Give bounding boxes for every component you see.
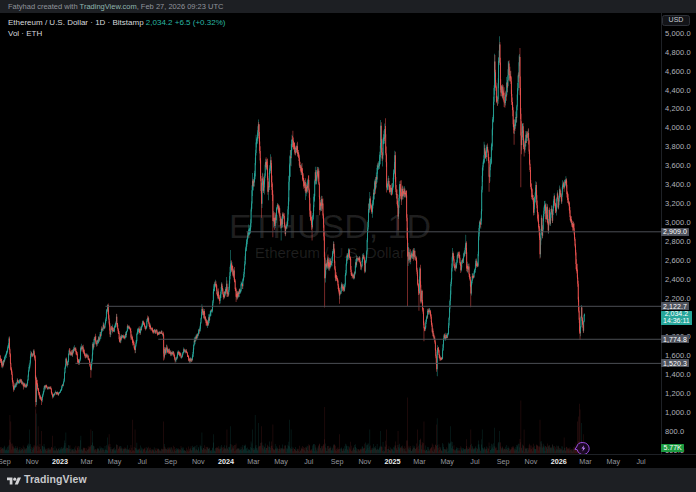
- footer-brand-name[interactable]: TradingView: [24, 473, 87, 485]
- price-ray-label: 1,774.8: [661, 335, 689, 343]
- price-tick-label: 3,600.0: [665, 162, 695, 170]
- time-tick-year: 2024: [218, 457, 234, 466]
- price-ray-label: 1,520.3: [661, 359, 689, 367]
- time-tick-month: Sep: [331, 457, 344, 466]
- currency-toggle-button[interactable]: USD: [662, 15, 690, 26]
- time-tick-month: May: [440, 457, 454, 466]
- price-tick-label: 3,800.0: [665, 143, 695, 151]
- time-tick-month: Nov: [26, 457, 39, 466]
- time-tick-month: Sep: [164, 457, 177, 466]
- time-tick-month: Jul: [470, 457, 479, 466]
- volume-series: [0, 397, 585, 453]
- price-tick-label: 2,400.0: [665, 276, 695, 284]
- legend-change: +6.5 (+0.32%): [175, 18, 226, 27]
- price-ray-label: 2,909.0: [661, 228, 689, 236]
- price-tick-label: 2,600.0: [665, 257, 695, 265]
- price-tick-label: 1,400.0: [665, 371, 695, 379]
- time-tick-month: May: [274, 457, 288, 466]
- current-volume-label: 5.77K: [661, 444, 684, 452]
- price-tick-label: 4,600.0: [665, 68, 695, 76]
- time-tick-month: May: [606, 457, 620, 466]
- price-ray-label: 2,122.7: [661, 302, 689, 310]
- price-tick-label: 4,800.0: [665, 49, 695, 57]
- footer-bar: TradingView: [0, 468, 696, 492]
- price-tick-label: 3,400.0: [665, 181, 695, 189]
- time-tick-month: Jul: [138, 457, 147, 466]
- time-tick-month: Mar: [413, 457, 425, 466]
- tradingview-snapshot: Fatyhad created with TradingView.com, Fe…: [0, 0, 696, 492]
- tradingview-logo-glyph: [7, 475, 21, 488]
- price-tick-label: 5,000.0: [665, 30, 695, 38]
- tradingview-logo-icon[interactable]: [7, 474, 21, 492]
- time-tick-month: Jul: [636, 457, 645, 466]
- time-tick-month: Sep: [497, 457, 510, 466]
- time-tick-month: Sep: [0, 457, 11, 466]
- legend-symbol-text: Ethereum / U.S. Dollar · 1D · Bitstamp: [8, 18, 144, 27]
- price-tick-label: 3,200.0: [665, 200, 695, 208]
- time-tick-year: 2023: [52, 457, 68, 466]
- time-tick-month: Nov: [524, 457, 537, 466]
- bar-countdown: 14:36:11: [663, 318, 690, 325]
- price-tick-label: 800.0: [665, 428, 695, 436]
- chart-canvas[interactable]: ETHUSD, 1DEthereum / U.S. Dollar: [0, 0, 696, 492]
- price-tick-label: 4,400.0: [665, 87, 695, 95]
- legend-symbol-row[interactable]: Ethereum / U.S. Dollar · 1D · Bitstamp 2…: [8, 18, 225, 28]
- time-tick-month: Nov: [192, 457, 205, 466]
- price-tick-label: 1,200.0: [665, 390, 695, 398]
- legend-volume-row[interactable]: Vol · ETH: [8, 29, 225, 39]
- legend-last-price: 2,034.2: [146, 18, 173, 27]
- time-tick-year: 2025: [385, 457, 401, 466]
- time-tick-month: May: [108, 457, 122, 466]
- price-tick-label: 1,000.0: [665, 409, 695, 417]
- time-axis-separator: [0, 454, 696, 455]
- price-tick-label: 3,000.0: [665, 219, 695, 227]
- time-tick-month: Nov: [358, 457, 371, 466]
- current-price-label: 2,034.214:36:11: [661, 311, 692, 325]
- legend-volume-text: Vol · ETH: [8, 29, 42, 38]
- price-tick-label: 2,800.0: [665, 238, 695, 246]
- watermark-title: ETHUSD, 1D: [229, 207, 431, 245]
- time-tick-month: Jul: [304, 457, 313, 466]
- price-tick-label: 4,000.0: [665, 124, 695, 132]
- time-tick-month: Mar: [579, 457, 591, 466]
- price-tick-label: 4,200.0: [665, 105, 695, 113]
- time-tick-year: 2026: [551, 457, 567, 466]
- time-tick-month: Mar: [81, 457, 93, 466]
- watermark: ETHUSD, 1DEthereum / U.S. Dollar: [229, 207, 431, 261]
- chart-legend: Ethereum / U.S. Dollar · 1D · Bitstamp 2…: [8, 18, 225, 39]
- time-tick-month: Mar: [247, 457, 259, 466]
